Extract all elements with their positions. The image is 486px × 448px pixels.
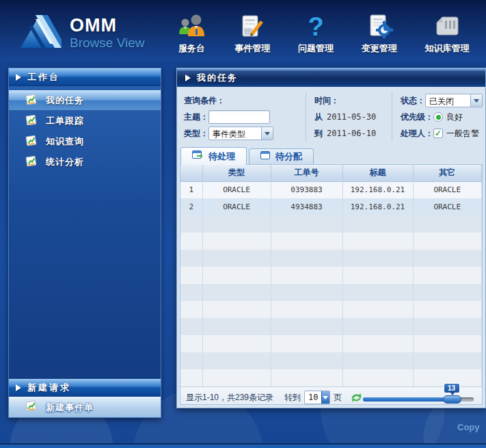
brand-title: OMM: [70, 16, 144, 35]
document-pencil-icon: [239, 12, 266, 41]
priority-radio[interactable]: [433, 112, 443, 122]
section-title: 工作台: [27, 71, 60, 83]
nav-item-knowledge-base[interactable]: 知识库管理: [425, 12, 470, 57]
tab-label: 待处理: [208, 150, 235, 163]
chevron-down-icon[interactable]: [321, 391, 330, 404]
table-empty-row: [180, 267, 482, 284]
people-icon: [176, 12, 206, 41]
handler-value: 一般告警: [446, 128, 479, 140]
table-empty-row: [180, 301, 482, 318]
window-icon: [260, 151, 271, 163]
from-date-value[interactable]: 2011-05-30: [327, 112, 376, 122]
sidebar-section-workbench[interactable]: 工作台: [9, 68, 161, 86]
radio-dot-icon: [436, 115, 441, 120]
question-icon: ?: [308, 12, 323, 41]
arrow-right-icon: [16, 74, 21, 81]
sidebar-item-new-incident[interactable]: 新建事件单: [9, 397, 161, 417]
arrow-right-icon: [16, 384, 21, 391]
type-select[interactable]: 事件类型: [208, 127, 273, 140]
section-title: 新建请求: [27, 382, 71, 394]
from-label: 从: [314, 111, 323, 123]
book-icon: [433, 12, 461, 41]
tab-content: 类型 工单号 标题 其它 1 ORACLE 0393883 192.168.0.…: [180, 164, 483, 405]
to-label: 到: [314, 128, 323, 140]
nav-label: 知识库管理: [425, 42, 470, 55]
sidebar-item-my-tasks[interactable]: 我的任务: [9, 90, 161, 111]
chart-page-icon: [25, 135, 38, 149]
time-label: 时间：: [314, 95, 339, 107]
copyright-text: Copy: [457, 422, 480, 432]
goto-label: 转到: [284, 392, 301, 404]
table-empty-row: [180, 250, 482, 267]
table-header-row: 类型 工单号 标题 其它: [180, 165, 482, 181]
chevron-down-icon[interactable]: [261, 127, 273, 140]
table-empty-row: [180, 369, 482, 386]
workbench-items: 我的任务 工单跟踪 知识查询 统计分析: [9, 86, 161, 172]
to-date-value[interactable]: 2011-06-10: [327, 129, 376, 138]
record-summary: 显示1-10，共239条记录: [186, 392, 273, 404]
priority-value: 良好: [446, 111, 463, 123]
tab-pending[interactable]: 待处理: [180, 147, 247, 165]
table-empty-row: [180, 318, 482, 335]
top-nav: 服务台 事件管理 ? 问题管理: [163, 10, 483, 57]
top-header: OMM Browse View 服务台: [0, 0, 486, 62]
nav-item-problem-mgmt[interactable]: ? 问题管理: [298, 12, 334, 57]
nav-item-service-desk[interactable]: 服务台: [176, 12, 206, 57]
nav-label: 服务台: [178, 42, 205, 55]
tasks-table: 类型 工单号 标题 其它 1 ORACLE 0393883 192.168.0.…: [180, 165, 482, 386]
app-logo: OMM Browse View: [19, 14, 144, 52]
tab-strip: 待处理 待分配: [177, 146, 485, 164]
status-select[interactable]: 已关闭: [425, 94, 483, 107]
col-header-order-no[interactable]: 工单号: [271, 165, 342, 181]
nav-item-incident-mgmt[interactable]: 事件管理: [234, 12, 270, 57]
chart-page-icon: [25, 94, 38, 108]
query-section-label: 查询条件：: [184, 95, 225, 107]
slider-fill: [363, 397, 454, 401]
sidebar-item-statistics[interactable]: 统计分析: [9, 152, 161, 172]
tab-unassigned[interactable]: 待分配: [249, 148, 314, 164]
nav-item-change-mgmt[interactable]: 变更管理: [362, 12, 397, 57]
table-row[interactable]: 2 ORACLE 4934883 192.168.0.21 ORACLE: [180, 198, 482, 215]
col-header-type[interactable]: 类型: [202, 165, 271, 181]
chart-page-icon: [25, 400, 38, 414]
document-gear-icon: [365, 12, 394, 41]
col-header-title[interactable]: 标题: [342, 165, 413, 181]
query-area: 查询条件： 主题： 类型： 事件类型 时间： 从 2011-05-30 到 2: [177, 87, 485, 146]
refresh-icon[interactable]: [350, 392, 363, 404]
type-label: 类型：: [184, 128, 208, 140]
subject-input[interactable]: [208, 110, 270, 124]
table-empty-row: [180, 335, 482, 352]
brand-subtitle: Browse View: [70, 36, 144, 49]
handler-label: 处理人：: [401, 128, 433, 140]
slider-handle[interactable]: [443, 395, 461, 404]
col-header-index[interactable]: [180, 165, 202, 181]
sidebar-item-order-tracking[interactable]: 工单跟踪: [9, 111, 161, 131]
sidebar-item-knowledge-query[interactable]: 知识查询: [9, 131, 161, 152]
chevron-down-icon[interactable]: [470, 94, 482, 107]
window-arrow-icon: [192, 150, 204, 162]
main-panel-titlebar: 我的任务: [177, 68, 485, 87]
table-row[interactable]: 1 ORACLE 0393883 192.168.0.21 ORACLE: [180, 181, 482, 198]
page-size-select[interactable]: 10: [304, 391, 330, 404]
nav-label: 问题管理: [298, 42, 334, 55]
logo-triangle-icon: [19, 14, 63, 52]
handler-checkbox[interactable]: ✓: [433, 129, 443, 138]
chart-page-icon: [25, 155, 38, 170]
sidebar-section-new-request[interactable]: 新建请求: [9, 379, 161, 397]
subject-label: 主题：: [184, 111, 208, 123]
check-icon: ✓: [435, 129, 442, 137]
sidebar-spacer: [9, 172, 161, 379]
sidebar: 工作台 我的任务 工单跟踪 知识查询 统计分析: [8, 68, 161, 418]
table-empty-row: [180, 233, 482, 250]
table-empty-row: [180, 284, 482, 301]
chart-page-icon: [25, 114, 38, 129]
page-slider[interactable]: 13: [363, 388, 474, 405]
col-header-other[interactable]: 其它: [413, 165, 482, 181]
arrow-right-icon: [185, 75, 191, 81]
tab-label: 待分配: [275, 150, 302, 163]
table-empty-row: [180, 215, 482, 233]
priority-label: 优先级：: [401, 111, 433, 123]
page-label: 页: [334, 392, 342, 404]
table-empty-row: [180, 352, 482, 369]
pagination-bar: 显示1-10，共239条记录 转到 10 页 13: [180, 386, 482, 405]
